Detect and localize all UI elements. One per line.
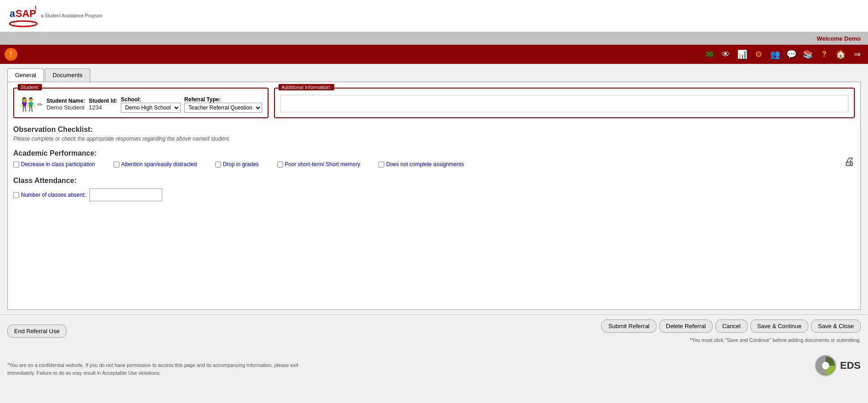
chat-icon[interactable]: 💬 [785, 48, 798, 61]
student-name-field: Student Name: Demo Student [46, 98, 85, 111]
additional-info-label: Additional Information: [279, 84, 334, 90]
student-name-value: Demo Student [46, 104, 85, 111]
observation-title: Observation Checklist: [13, 126, 855, 134]
cancel-button[interactable]: Cancel [715, 319, 747, 333]
tabs: General Documents [7, 68, 861, 82]
checkbox-short-memory-label[interactable]: Poor short-term/ Short memory [285, 161, 360, 167]
student-section-label: Student: [18, 84, 42, 90]
student-school-field: School: Demo High School [121, 96, 181, 113]
student-section: Student: 👫 ✏ Student Name: Demo Student … [13, 88, 269, 118]
checkbox-decrease-participation-label[interactable]: Decrease in class participation [21, 161, 95, 167]
delete-referral-button[interactable]: Delete Referral [659, 319, 713, 333]
checkbox-decrease-participation-input[interactable] [13, 162, 19, 167]
chart-icon[interactable]: 📊 [736, 48, 749, 61]
nav-alert-icon[interactable]: ! [5, 48, 17, 61]
eds-logo-svg [815, 355, 837, 377]
academic-performance-title: Academic Performance: [13, 149, 855, 157]
checkbox-short-memory: Poor short-term/ Short memory [277, 161, 360, 167]
footer: *You are on a confidential website. If y… [0, 347, 868, 384]
submit-referral-button[interactable]: Submit Referral [601, 319, 656, 333]
checkbox-short-memory-input[interactable] [277, 162, 283, 167]
home-icon[interactable]: 🏠 [834, 48, 847, 61]
asap-logo: a SAP ! a Student Assistance Program [7, 3, 103, 28]
main-content: General Documents Student: 👫 ✏ Student N… [0, 64, 868, 314]
svg-text:SAP: SAP [16, 8, 36, 19]
referral-type-select[interactable]: Teacher Referral Question [184, 103, 262, 113]
class-attendance-section: Class Attendance: Number of classes abse… [13, 177, 855, 201]
referral-type-field: Referral Type: Teacher Referral Question [184, 96, 262, 113]
right-buttons-row: Submit Referral Delete Referral Cancel S… [601, 319, 861, 333]
academic-performance-section: Academic Performance: Decrease in class … [13, 149, 855, 169]
checkbox-complete-assignments-label[interactable]: Does not complete assignments [386, 161, 464, 167]
student-id-value: 1234 [89, 104, 118, 111]
save-note: *You must click "Save and Continue" befo… [690, 337, 861, 343]
class-attendance-title: Class Attendance: [13, 177, 855, 185]
svg-point-5 [822, 362, 829, 369]
academic-checkboxes: Decrease in class participation Attentio… [13, 161, 855, 169]
svg-text:!: ! [35, 5, 37, 12]
book-icon[interactable]: 📚 [801, 48, 814, 61]
student-avatar: 👫 [20, 97, 36, 112]
student-avatar-area: 👫 ✏ [20, 97, 43, 112]
print-button[interactable]: 🖨 [844, 155, 855, 168]
logo-svg: a SAP ! [7, 3, 39, 28]
eds-text-label: EDS [840, 360, 861, 372]
right-buttons: Submit Referral Delete Referral Cancel S… [601, 319, 861, 343]
tab-documents[interactable]: Documents [45, 68, 90, 82]
svg-point-0 [10, 21, 37, 26]
checkbox-complete-assignments-input[interactable] [378, 162, 384, 167]
eds-logo: EDS [815, 355, 861, 377]
settings-icon[interactable]: ⚙ [752, 48, 765, 61]
checkbox-attention-span-input[interactable] [114, 162, 119, 167]
checkbox-complete-assignments: Does not complete assignments [378, 161, 464, 167]
view-icon[interactable]: 👁 [719, 48, 732, 61]
user-group-icon[interactable]: 👥 [769, 48, 781, 61]
absent-row: Number of classes absent: [13, 188, 855, 201]
save-close-button[interactable]: Save & Close [811, 319, 861, 333]
footer-disclaimer: *You are on a confidential website. If y… [7, 361, 326, 377]
checkbox-attention-span: Attention span/easily distracted [114, 161, 197, 167]
nav-icons: ✉ 👁 📊 ⚙ 👥 💬 📚 ? 🏠 ⇒ [703, 48, 863, 61]
logout-icon[interactable]: ⇒ [851, 48, 863, 61]
svg-text:a: a [10, 8, 16, 19]
form-panel: Student: 👫 ✏ Student Name: Demo Student … [7, 82, 861, 310]
top-bar: a SAP ! a Student Assistance Program [0, 0, 868, 32]
checkbox-drop-grades: Drop in grades [215, 161, 259, 167]
welcome-bar: Welcome Demo [0, 32, 868, 45]
student-id-field: Student Id: 1234 [89, 98, 118, 111]
nav-bar: ! ✉ 👁 📊 ⚙ 👥 💬 📚 ? 🏠 ⇒ [0, 45, 868, 64]
eds-logo-circle [815, 355, 837, 377]
logo-subtext: a Student Assistance Program [41, 13, 103, 19]
edit-icon[interactable]: ✏ [37, 101, 43, 108]
tab-general[interactable]: General [7, 68, 44, 82]
help-icon[interactable]: ? [818, 48, 831, 61]
checkbox-drop-grades-label[interactable]: Drop in grades [223, 161, 259, 167]
checkbox-drop-grades-input[interactable] [215, 162, 221, 167]
welcome-text: Welcome Demo [816, 35, 861, 42]
absent-label[interactable]: Number of classes absent: [21, 192, 86, 198]
end-referral-button[interactable]: End Referral Use [7, 324, 67, 338]
additional-info-textarea[interactable] [280, 95, 848, 112]
student-row: Student: 👫 ✏ Student Name: Demo Student … [13, 88, 855, 118]
save-continue-button[interactable]: Save & Continue [750, 319, 809, 333]
checkbox-decrease-participation: Decrease in class participation [13, 161, 95, 167]
additional-info-section: Additional Information: [274, 88, 855, 118]
observation-section: Observation Checklist: Please complete o… [13, 126, 855, 142]
school-select[interactable]: Demo High School [121, 103, 181, 113]
email-icon[interactable]: ✉ [703, 48, 716, 61]
absent-count-input[interactable] [89, 188, 162, 201]
observation-subtitle: Please complete or check the appropriate… [13, 136, 855, 142]
absent-checkbox[interactable] [13, 192, 19, 198]
bottom-bar: End Referral Use Submit Referral Delete … [0, 314, 868, 347]
checkbox-attention-span-label[interactable]: Attention span/easily distracted [121, 161, 197, 167]
